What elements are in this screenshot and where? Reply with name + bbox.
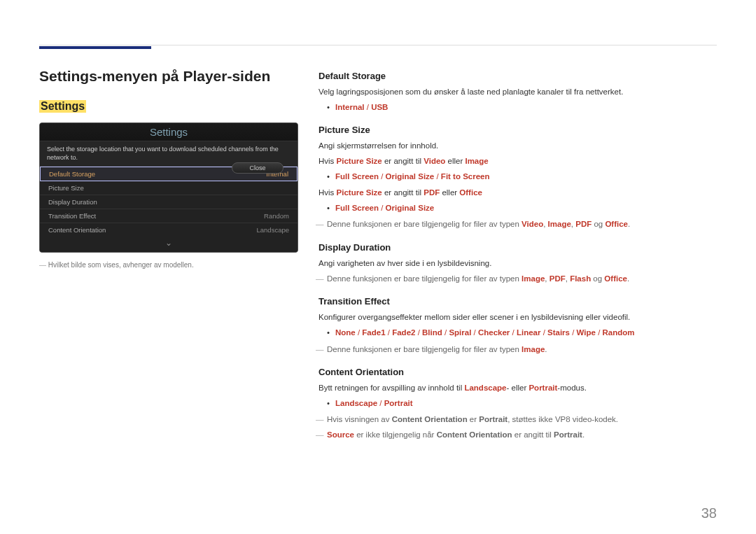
screenshot-row-content-orientation: Content Orientation Landscape [40, 223, 298, 237]
page-number: 38 [701, 505, 717, 521]
section-highlight: Settings [39, 100, 86, 113]
paragraph: Konfigurer overgangseffekter mellom side… [318, 311, 717, 324]
paragraph: Hvis Picture Size er angitt til PDF elle… [318, 187, 717, 199]
option-list: Internal / USB [318, 101, 717, 113]
row-value: Landscape [257, 226, 289, 234]
row-label: Transition Effect [48, 212, 96, 220]
paragraph: Angi skjermstørrelsen for innhold. [318, 140, 717, 153]
heading: Content Orientation [318, 367, 717, 377]
screenshot-row-display-duration: Display Duration [40, 195, 298, 209]
heading: Display Duration [318, 242, 717, 253]
settings-screenshot: Settings Select the storage location tha… [39, 122, 298, 253]
section-default-storage: Default Storage Velg lagringsposisjonen … [318, 71, 717, 113]
option: Internal [335, 103, 365, 111]
screenshot-rows: Default Storage Internal Picture Size Di… [40, 167, 298, 237]
heading: Transition Effect [318, 296, 717, 307]
heading: Picture Size [318, 125, 717, 135]
paragraph: Hvis Picture Size er angitt til Video el… [318, 155, 717, 168]
paragraph: Bytt retningen for avspilling av innhold… [318, 382, 717, 395]
chevron-down-icon: ⌄ [40, 237, 298, 252]
note: Denne funksjonen er bare tilgjengelig fo… [318, 344, 717, 356]
close-button: Close [232, 162, 284, 174]
option-list: None / Fade1 / Fade2 / Blind / Spiral / … [318, 327, 717, 339]
option: USB [371, 103, 388, 111]
row-label: Default Storage [49, 170, 95, 178]
note: Denne funksjonen er bare tilgjengelig fo… [318, 218, 717, 231]
row-label: Display Duration [48, 198, 97, 206]
note: Denne funksjonen er bare tilgjengelig fo… [318, 273, 717, 286]
row-label: Picture Size [48, 184, 84, 192]
heading: Default Storage [318, 71, 717, 81]
screenshot-footnote: Hvilket bilde som vises, avhenger av mod… [39, 261, 300, 269]
section-display-duration: Display Duration Angi varigheten av hver… [318, 242, 717, 286]
paragraph: Velg lagringsposisjonen som du ønsker å … [318, 86, 717, 99]
note: Hvis visningen av Content Orientation er… [318, 414, 717, 426]
section-content-orientation: Content Orientation Bytt retningen for a… [318, 367, 717, 442]
section-transition-effect: Transition Effect Konfigurer overgangsef… [318, 296, 717, 356]
option-list: Landscape / Portrait [318, 398, 717, 409]
row-value: Random [264, 212, 289, 220]
section-picture-size: Picture Size Angi skjermstørrelsen for i… [318, 125, 717, 231]
screenshot-row-transition-effect: Transition Effect Random [40, 209, 298, 223]
paragraph: Angi varigheten av hver side i en lysbil… [318, 258, 717, 270]
page-title: Settings-menyen på Player-siden [39, 68, 300, 85]
top-accent-bar [39, 46, 151, 49]
right-column: Default Storage Velg lagringsposisjonen … [318, 71, 717, 453]
option-list: Full Screen / Original Size / Fit to Scr… [318, 171, 717, 183]
option-list: Full Screen / Original Size [318, 202, 717, 214]
top-divider [39, 45, 717, 45]
note: Source er ikke tilgjengelig når Content … [318, 429, 717, 442]
left-column: Settings-menyen på Player-siden Settings… [39, 68, 300, 269]
screenshot-header: Settings [40, 123, 298, 141]
screenshot-row-picture-size: Picture Size [40, 181, 298, 195]
row-label: Content Orientation [48, 226, 106, 234]
